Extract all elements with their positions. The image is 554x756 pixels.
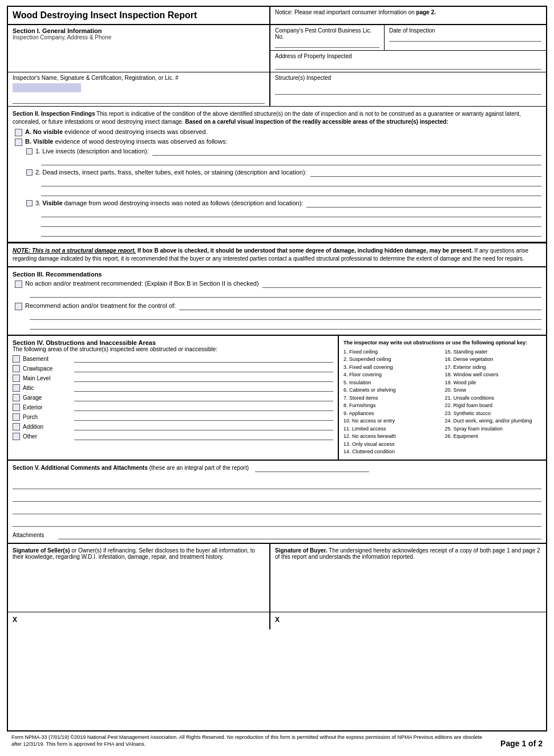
inspector-label: Inspector's Name, Signature & Certificat… — [13, 75, 265, 81]
address-input[interactable] — [275, 62, 541, 70]
checkbox-a-row: A. No visible evidence of wood destroyin… — [15, 128, 541, 136]
section3-checkbox2[interactable] — [15, 303, 22, 310]
sig-x-buyer: X — [270, 612, 546, 629]
section1-sublabel: Inspection Company, Address & Phone — [13, 34, 265, 40]
section3-item2-line3[interactable] — [30, 322, 541, 330]
key-header: The inspector may write out obstructions… — [343, 339, 541, 347]
obs-addition-input[interactable] — [74, 422, 333, 430]
obs-garage-row: Garage — [13, 393, 333, 401]
section3-item2-input[interactable] — [179, 302, 541, 310]
obs-exterior-checkbox[interactable] — [13, 404, 20, 411]
section2-b1-group: 1. Live insects (description and locatio… — [24, 148, 541, 165]
section2-b3-group: 3. Visible damage from wood destroying i… — [24, 200, 541, 237]
b2-line3[interactable] — [41, 188, 541, 196]
obs-attic-checkbox[interactable] — [13, 384, 20, 392]
structures-label: Structure(s) Inspected — [275, 75, 541, 81]
date-input[interactable] — [389, 34, 541, 42]
company-input[interactable] — [275, 40, 379, 48]
key-col1: 1. Fixed ceiling 2. Suspended ceiling 3.… — [343, 348, 440, 456]
obs-basement-input[interactable] — [74, 355, 333, 363]
sig-seller-bold: Signature of Seller(s) — [13, 547, 70, 554]
section5-line1[interactable] — [13, 481, 541, 489]
inspector-left: Inspector's Name, Signature & Certificat… — [8, 72, 270, 106]
obs-crawlspace-row: Crawlspace — [13, 364, 333, 372]
section3-item1-input[interactable] — [262, 280, 541, 288]
sig-x-row: X X — [8, 612, 546, 629]
obs-garage-input[interactable] — [74, 393, 333, 401]
obs-garage-checkbox[interactable] — [13, 394, 20, 401]
section5-line2[interactable] — [13, 494, 541, 502]
structures-input[interactable] — [275, 87, 541, 95]
signatures-row: Signature of Seller(s) or Owner(s) if re… — [8, 544, 546, 612]
obs-crawlspace-input[interactable] — [74, 364, 333, 372]
b2-input[interactable] — [310, 169, 541, 177]
section3-item2-row: Recommend action and/or treatment for th… — [15, 302, 541, 310]
obs-addition-label: Addition — [23, 424, 74, 430]
obs-basement-label: Basement — [23, 356, 74, 362]
section5-header-input[interactable] — [255, 464, 369, 472]
obs-exterior-input[interactable] — [74, 403, 333, 411]
section3-item2-line2[interactable] — [30, 312, 541, 320]
section5-note: (these are an integral part of the repor… — [149, 465, 249, 471]
obs-basement-row: Basement — [13, 355, 333, 363]
section3-checkbox1[interactable] — [15, 281, 22, 288]
checkbox-b3[interactable] — [26, 200, 33, 206]
checkbox-b1-row: 1. Live insects (description and locatio… — [26, 148, 541, 156]
inspector-input[interactable] — [13, 96, 265, 104]
section3-line2[interactable] — [30, 290, 541, 298]
section3-label: Section III. Recommendations — [13, 271, 541, 278]
item-b3-text: 3. Visible damage from wood destroying i… — [35, 200, 303, 206]
checkbox-b1[interactable] — [26, 148, 33, 155]
obs-porch-checkbox[interactable] — [13, 413, 20, 421]
section2-intro: Section II. Inspection Findings This rep… — [13, 110, 541, 126]
attachments-row: Attachments — [13, 531, 541, 539]
note-box: NOTE: This is not a structural damage re… — [8, 243, 546, 267]
obs-other-input[interactable] — [74, 432, 333, 440]
obs-attic-row: Attic — [13, 384, 333, 392]
obs-mainlevel-checkbox[interactable] — [13, 375, 20, 382]
checkbox-b2[interactable] — [26, 169, 33, 176]
section5-line3[interactable] — [13, 506, 541, 514]
b2-line2[interactable] — [41, 178, 541, 186]
page: Wood Destroying Insect Inspection Report… — [0, 0, 554, 756]
b3-input[interactable] — [306, 200, 541, 208]
checkbox-b[interactable] — [15, 139, 22, 146]
sig-x-seller: X — [8, 612, 270, 629]
company-label: Company's Pest Control Business Lic. No. — [275, 27, 379, 40]
date-label: Date of Inspection — [389, 27, 541, 34]
obs-basement-checkbox[interactable] — [13, 355, 20, 363]
checkbox-b-row: B. Visible evidence of wood destroying i… — [15, 138, 541, 146]
b3-line2[interactable] — [41, 209, 541, 217]
section1-top-row: Section I. General Information Inspectio… — [8, 25, 546, 72]
b3-line4[interactable] — [41, 229, 541, 237]
obs-porch-input[interactable] — [74, 413, 333, 421]
b1-line2[interactable] — [41, 157, 541, 165]
obs-addition-checkbox[interactable] — [13, 423, 20, 430]
obs-other-label: Other — [23, 433, 74, 440]
form-title: Wood Destroying Insect Inspection Report — [13, 10, 265, 21]
signature-fill — [13, 83, 81, 92]
b3-line3[interactable] — [41, 219, 541, 227]
obs-crawlspace-checkbox[interactable] — [13, 365, 20, 372]
form-border: Wood Destroying Insect Inspection Report… — [7, 6, 547, 731]
obs-other-checkbox[interactable] — [13, 433, 20, 440]
section3-item1-lines — [30, 290, 541, 298]
checkbox-b2-row: 2. Dead insects, insect parts, frass, sh… — [26, 169, 541, 177]
b1-input[interactable] — [152, 148, 541, 156]
note-text: NOTE: This is not a structural damage re… — [13, 247, 541, 263]
address-block: Address of Property Inspected — [270, 51, 546, 72]
item-b1-text: 1. Live insects (description and locatio… — [35, 148, 149, 155]
section5-line4[interactable] — [13, 519, 541, 527]
attachments-line — [58, 531, 541, 539]
obs-mainlevel-input[interactable] — [74, 374, 333, 382]
section3-item1-row: No action and/or treatment recommended: … — [15, 280, 541, 288]
obs-porch-row: Porch — [13, 413, 333, 421]
obs-attic-input[interactable] — [74, 384, 333, 392]
section4-container: Section IV. Obstructions and Inaccessibl… — [8, 336, 546, 461]
section5-label: Section V. Additional Comments and Attac… — [13, 464, 541, 477]
obs-other-row: Other — [13, 432, 333, 440]
sig-buyer-text: Signature of Buyer. The undersigned here… — [275, 547, 541, 560]
checkbox-a[interactable] — [15, 129, 22, 136]
obs-attic-label: Attic — [23, 385, 74, 391]
section2-bold: Based on a careful visual inspection of … — [185, 119, 448, 125]
